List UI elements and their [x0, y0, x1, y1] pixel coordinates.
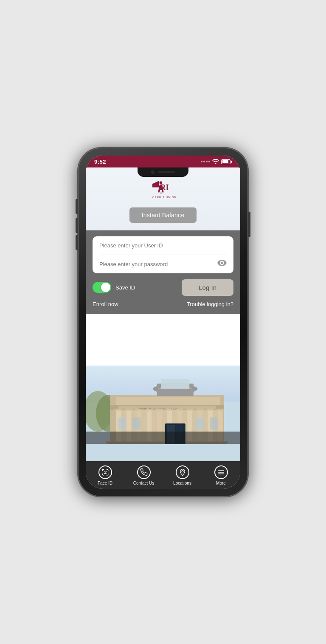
logo-container: RI ® CREDIT UNION [142, 179, 184, 201]
svg-rect-31 [166, 409, 173, 411]
svg-text:RI: RI [160, 183, 169, 192]
user-id-input[interactable] [93, 236, 233, 255]
ri-credit-union-logo: RI ® CREDIT UNION [142, 179, 184, 201]
svg-rect-33 [186, 409, 194, 411]
wifi-icon [212, 159, 219, 164]
face-id-icon [98, 465, 112, 479]
login-links: Enroll now Trouble logging in? [93, 301, 233, 307]
svg-point-49 [182, 470, 183, 472]
svg-rect-35 [206, 409, 214, 411]
status-icons [201, 159, 232, 164]
phone-device: 9:52 [78, 148, 248, 496]
battery-icon [221, 159, 232, 164]
contact-us-icon [137, 465, 151, 479]
svg-rect-28 [135, 409, 143, 411]
toggle-knob [101, 283, 110, 292]
enroll-now-link[interactable]: Enroll now [93, 301, 118, 307]
svg-rect-30 [156, 409, 163, 411]
svg-rect-42 [118, 417, 126, 430]
svg-rect-44 [196, 417, 204, 430]
app-header: RI ® CREDIT UNION Instant Balance [86, 167, 240, 230]
save-id-toggle[interactable] [93, 282, 111, 293]
show-password-icon[interactable] [216, 258, 228, 270]
trouble-logging-in-link[interactable]: Trouble logging in? [187, 301, 233, 307]
login-button[interactable]: Log In [182, 279, 233, 296]
save-id-group: Save ID [93, 282, 135, 293]
signal-icon [201, 161, 210, 162]
phone-screen: 9:52 [86, 156, 240, 489]
status-time: 9:52 [94, 159, 106, 165]
contact-us-label: Contact Us [133, 481, 154, 485]
bottom-nav: Face ID Contact Us Locations [86, 461, 240, 489]
svg-rect-46 [86, 432, 240, 444]
svg-rect-34 [197, 409, 204, 411]
building-section: RHODEISLAND CREDIT UNION [86, 314, 240, 461]
login-actions: Save ID Log In [93, 279, 233, 296]
svg-rect-32 [176, 409, 183, 411]
speaker [158, 171, 175, 173]
locations-label: Locations [173, 481, 191, 485]
svg-marker-0 [152, 181, 159, 187]
password-wrapper [93, 255, 233, 273]
building-background: RHODEISLAND CREDIT UNION [86, 314, 240, 461]
svg-rect-29 [146, 409, 153, 411]
svg-rect-11 [161, 379, 189, 389]
front-camera [151, 170, 155, 174]
more-icon [214, 465, 228, 479]
nav-item-locations[interactable]: Locations [163, 465, 202, 485]
nav-item-contact-us[interactable]: Contact Us [124, 465, 163, 485]
login-section: Save ID Log In Enroll now Trouble loggin… [86, 230, 240, 314]
phone-notch [138, 167, 188, 177]
password-input[interactable] [93, 255, 216, 273]
svg-rect-26 [115, 409, 122, 411]
nav-item-face-id[interactable]: Face ID [86, 465, 124, 485]
more-label: More [216, 481, 226, 485]
status-bar: 9:52 [86, 156, 240, 167]
face-id-label: Face ID [98, 481, 112, 485]
building-image: RHODEISLAND CREDIT UNION [86, 341, 240, 444]
svg-rect-45 [210, 417, 218, 430]
login-card [93, 236, 233, 273]
locations-icon [176, 465, 189, 479]
svg-text:CREDIT UNION: CREDIT UNION [152, 196, 177, 198]
svg-rect-36 [216, 409, 224, 411]
instant-balance-button[interactable]: Instant Balance [129, 207, 196, 223]
svg-rect-43 [132, 417, 141, 430]
save-id-label: Save ID [115, 284, 135, 291]
nav-item-more[interactable]: More [202, 465, 240, 485]
svg-text:®: ® [160, 192, 162, 195]
svg-rect-27 [125, 409, 132, 411]
